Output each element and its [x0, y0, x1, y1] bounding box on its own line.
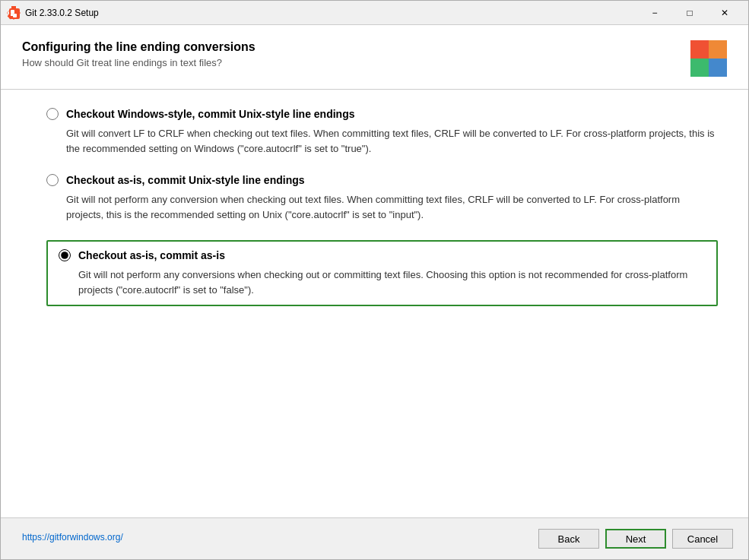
svg-rect-9 [709, 59, 727, 77]
footer-link[interactable]: https://gitforwindows.org/ [16, 532, 123, 546]
maximize-button[interactable]: □ [672, 1, 707, 25]
minimize-button[interactable]: − [637, 1, 672, 25]
option-1-radio[interactable] [46, 108, 59, 120]
title-bar-controls: − □ ✕ [637, 1, 742, 25]
content-area: Checkout Windows-style, commit Unix-styl… [1, 90, 748, 517]
option-3-label-row: Checkout as-is, commit as-is [59, 249, 706, 261]
option-3-radio[interactable] [59, 249, 71, 261]
close-button[interactable]: ✕ [707, 1, 742, 25]
option-1-desc: Git will convert LF to CRLF when checkin… [66, 126, 718, 156]
page-subtitle: How should Git treat line endings in tex… [22, 57, 678, 68]
footer-link-area: https://gitforwindows.org/ [16, 532, 532, 546]
svg-rect-4 [13, 14, 17, 17]
option-1-label-row: Checkout Windows-style, commit Unix-styl… [46, 108, 718, 120]
option-1-group: Checkout Windows-style, commit Unix-styl… [46, 108, 718, 156]
option-2-title[interactable]: Checkout as-is, commit Unix-style line e… [66, 174, 305, 186]
bottom-bar: https://gitforwindows.org/ Back Next Can… [1, 517, 748, 559]
svg-rect-3 [11, 10, 14, 14]
option-2-label-row: Checkout as-is, commit Unix-style line e… [46, 174, 718, 186]
setup-window: Git 2.33.0.2 Setup − □ ✕ Configuring the… [0, 0, 749, 560]
git-logo-icon [690, 40, 727, 77]
option-2-radio[interactable] [46, 174, 59, 186]
next-button[interactable]: Next [605, 529, 666, 549]
svg-rect-5 [11, 14, 13, 16]
option-2-desc: Git will not perform any conversion when… [66, 192, 718, 222]
header: Configuring the line ending conversions … [1, 25, 748, 90]
page-title: Configuring the line ending conversions [22, 40, 678, 54]
option-2-group: Checkout as-is, commit Unix-style line e… [46, 174, 718, 222]
header-text: Configuring the line ending conversions … [22, 40, 678, 68]
app-icon [7, 6, 21, 20]
svg-rect-8 [690, 59, 709, 77]
option-3-desc: Git will not perform any conversions whe… [78, 267, 706, 297]
back-button[interactable]: Back [538, 529, 599, 549]
title-bar-title: Git 2.33.0.2 Setup [25, 8, 637, 18]
option-3-title[interactable]: Checkout as-is, commit as-is [78, 249, 225, 261]
svg-rect-7 [709, 40, 727, 59]
svg-rect-6 [690, 40, 709, 59]
option-3-selected-box: Checkout as-is, commit as-is Git will no… [46, 240, 718, 306]
title-bar: Git 2.33.0.2 Setup − □ ✕ [1, 1, 748, 25]
option-1-title[interactable]: Checkout Windows-style, commit Unix-styl… [66, 108, 355, 120]
cancel-button[interactable]: Cancel [672, 529, 733, 549]
